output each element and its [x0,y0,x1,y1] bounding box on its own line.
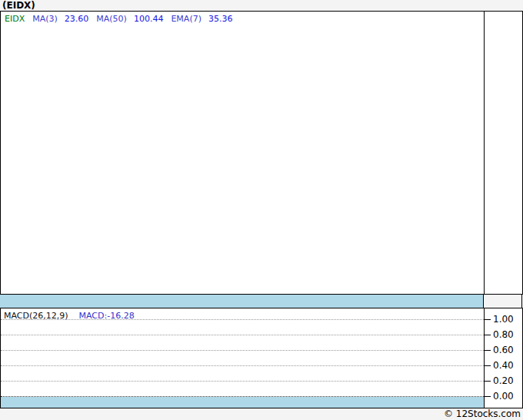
gridline-1.00 [1,319,484,320]
brand-credit: © 12Stocks.com [0,408,522,420]
date-axis-band [0,295,484,308]
legend-value: 35.36 [208,14,233,24]
legend-symbol: EIDX [5,14,25,24]
macd-bottom-band [1,397,484,408]
y-tickmark [484,396,491,397]
y-tick-label: 0.80 [493,329,521,340]
legend-item-ma3: MA(3) 23.60 [32,14,88,24]
axis-divider-segment [483,295,484,308]
y-tickmark [484,365,491,366]
legend-label: MA(50) [96,14,127,24]
gridline-0.60 [1,350,484,351]
legend-item-ma50: MA(50) 100.44 [96,14,163,24]
y-tick-label: 0.20 [493,375,521,386]
y-tickmark [484,350,491,351]
macd-panel: MACD(26,12,9) MACD:-16.28 1.00 0.80 0.60… [0,308,523,408]
legend-label: EMA(7) [171,14,202,24]
y-tickmark [484,381,491,382]
price-chart-panel: EIDX MA(3) 23.60 MA(50) 100.44 EMA(7) 35… [0,11,523,295]
y-tickmark [484,319,491,320]
gridline-0.40 [1,365,484,366]
macd-axis-divider [484,308,485,408]
y-tickmark [484,335,491,335]
legend-item-ema7: EMA(7) 35.36 [171,14,232,24]
legend-value: 23.60 [65,14,89,24]
gridline-0.20 [1,381,484,382]
right-border-segment [521,295,522,308]
price-legend: EIDX MA(3) 23.60 MA(50) 100.44 EMA(7) 35… [5,14,232,24]
y-tick-label: 0.00 [493,391,521,402]
page-title: (EIDX) [2,0,35,11]
y-tick-label: 0.60 [493,345,521,355]
legend-value: 100.44 [134,14,164,24]
gridline-0.80 [1,335,484,335]
y-tick-label: 0.40 [493,360,521,371]
y-tick-label: 1.00 [493,314,521,325]
legend-label: MA(3) [32,14,58,24]
price-axis-divider [484,12,485,294]
